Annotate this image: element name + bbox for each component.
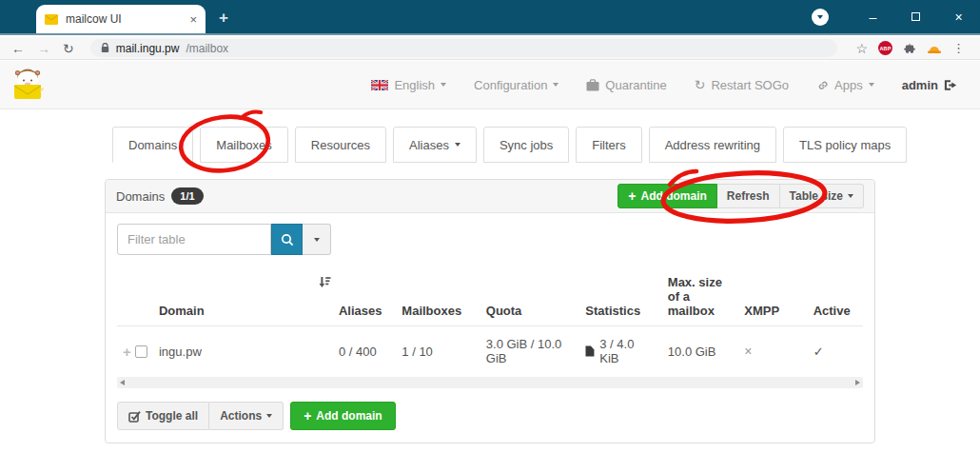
header-statistics: Statistics bbox=[579, 267, 661, 326]
scroll-right-icon[interactable] bbox=[855, 380, 860, 385]
maximize-icon bbox=[911, 12, 920, 21]
toggle-all-button[interactable]: Toggle all bbox=[117, 402, 209, 430]
tab-sync-jobs-label: Sync jobs bbox=[500, 138, 553, 152]
nav-apps[interactable]: Apps bbox=[816, 78, 874, 92]
header-xmpp: XMPP bbox=[738, 267, 807, 326]
refresh-label: Refresh bbox=[727, 189, 770, 203]
main-nav: English Configuration Quarantine ↻ Resta… bbox=[371, 78, 957, 92]
nav-configuration[interactable]: Configuration bbox=[474, 78, 559, 92]
chevron-down-icon bbox=[817, 15, 823, 19]
caret-down-icon bbox=[266, 414, 272, 418]
nav-restart-sogo[interactable]: ↻ Restart SOGo bbox=[695, 78, 789, 92]
search-button[interactable] bbox=[271, 224, 303, 255]
browser-menu-icon[interactable]: ⋮ bbox=[952, 41, 965, 55]
actions-label: Actions bbox=[220, 409, 262, 423]
plus-icon: + bbox=[304, 409, 311, 423]
tab-address-rewriting[interactable]: Address rewriting bbox=[649, 127, 776, 163]
tab-search-button[interactable] bbox=[812, 9, 829, 26]
tab-aliases[interactable]: Aliases bbox=[393, 127, 477, 163]
nav-apps-label: Apps bbox=[834, 78, 863, 92]
file-icon bbox=[585, 345, 595, 357]
tab-domains-label: Domains bbox=[128, 138, 177, 152]
table-header-row: Domain Aliases Mailboxes Quota Statistic… bbox=[117, 267, 863, 326]
new-tab-button[interactable]: + bbox=[219, 9, 228, 28]
cell-quota: 3.0 GiB / 10.0 GiB bbox=[480, 326, 580, 377]
scroll-left-icon[interactable] bbox=[120, 380, 125, 385]
panel-header-buttons: + Add domain Refresh Table size bbox=[617, 184, 864, 208]
domains-panel: Domains 1/1 + Add domain Refresh Table s… bbox=[105, 179, 875, 443]
toggle-all-label: Toggle all bbox=[146, 409, 198, 423]
extensions-puzzle-icon[interactable] bbox=[903, 42, 916, 55]
add-domain-button[interactable]: + Add domain bbox=[617, 184, 717, 208]
filter-options-button[interactable] bbox=[303, 224, 331, 255]
cell-mailboxes: 1 / 10 bbox=[396, 326, 480, 377]
nav-quarantine[interactable]: Quarantine bbox=[586, 78, 666, 92]
forward-button[interactable]: → bbox=[37, 42, 50, 55]
add-domain-button-footer[interactable]: + Add domain bbox=[290, 402, 396, 430]
hat-extension-icon[interactable] bbox=[927, 42, 942, 54]
footer-button-group: Toggle all Actions bbox=[117, 402, 284, 430]
caret-down-icon bbox=[848, 194, 853, 198]
domains-table: Domain Aliases Mailboxes Quota Statistic… bbox=[117, 267, 863, 376]
filter-table-input[interactable] bbox=[117, 224, 271, 255]
uk-flag-icon bbox=[371, 80, 388, 90]
tab-tls-policy-maps-label: TLS policy maps bbox=[799, 138, 891, 152]
section-tabs: Domains Mailboxes Resources Aliases Sync… bbox=[112, 127, 907, 163]
tab-resources[interactable]: Resources bbox=[295, 127, 386, 163]
toolbar-extensions: ☆ ABP ⋮ bbox=[855, 41, 965, 56]
tab-close-icon[interactable]: × bbox=[189, 13, 197, 26]
table-row: + ingu.pw 0 / 400 1 / 10 3.0 GiB / 10.0 … bbox=[117, 326, 863, 377]
url-host: mail.ingu.pw bbox=[116, 42, 180, 55]
search-icon bbox=[281, 233, 294, 246]
address-bar[interactable]: mail.ingu.pw/mailbox bbox=[90, 39, 838, 57]
add-domain-label: Add domain bbox=[641, 189, 707, 203]
lock-icon bbox=[101, 43, 109, 53]
nav-restart-sogo-label: Restart SOGo bbox=[711, 78, 789, 92]
xmpp-disabled-icon: × bbox=[744, 344, 752, 359]
mailcow-header: English Configuration Quarantine ↻ Resta… bbox=[0, 61, 980, 109]
domains-panel-footer: Toggle all Actions + Add domain bbox=[106, 388, 874, 443]
nav-language[interactable]: English bbox=[371, 78, 446, 92]
table-size-button[interactable]: Table size bbox=[780, 184, 864, 208]
browser-tab-title: mailcow UI bbox=[66, 12, 182, 26]
adblock-extension-icon[interactable]: ABP bbox=[878, 41, 892, 55]
browser-tab[interactable]: mailcow UI × bbox=[36, 5, 206, 33]
tab-sync-jobs[interactable]: Sync jobs bbox=[483, 127, 569, 163]
header-max-size: Max. size of a mailbox bbox=[662, 267, 738, 326]
caret-down-icon bbox=[869, 83, 874, 87]
maximize-button[interactable] bbox=[894, 0, 937, 33]
link-icon bbox=[816, 79, 829, 91]
window-controls: – × bbox=[812, 0, 980, 33]
sort-icon[interactable] bbox=[319, 276, 331, 291]
header-aliases: Aliases bbox=[333, 267, 396, 326]
tab-domains[interactable]: Domains bbox=[112, 127, 193, 163]
refresh-button[interactable]: Refresh bbox=[717, 184, 780, 208]
browser-tab-strip: mailcow UI × + – × bbox=[0, 0, 980, 35]
browser-toolbar: ← → ↻ mail.ingu.pw/mailbox ☆ ABP ⋮ bbox=[0, 37, 980, 60]
caret-down-icon bbox=[441, 83, 446, 87]
bookmark-star-icon[interactable]: ☆ bbox=[855, 41, 868, 56]
mailcow-favicon-icon bbox=[45, 14, 58, 25]
header-active: Active bbox=[808, 267, 863, 326]
minimize-button[interactable]: – bbox=[852, 0, 894, 33]
nav-admin[interactable]: admin bbox=[902, 78, 957, 92]
mailcow-logo[interactable] bbox=[9, 66, 47, 104]
tab-mailboxes-label: Mailboxes bbox=[216, 138, 272, 152]
expand-row-icon[interactable]: + bbox=[123, 344, 131, 360]
nav-language-label: English bbox=[394, 78, 435, 92]
domains-panel-body: Domain Aliases Mailboxes Quota Statistic… bbox=[106, 213, 874, 388]
back-button[interactable]: ← bbox=[11, 42, 25, 55]
refresh-icon: ↻ bbox=[695, 78, 706, 91]
tab-tls-policy-maps[interactable]: TLS policy maps bbox=[783, 127, 907, 163]
tab-filters[interactable]: Filters bbox=[576, 127, 641, 163]
row-checkbox[interactable] bbox=[135, 345, 147, 358]
reload-button[interactable]: ↻ bbox=[63, 42, 74, 55]
close-window-button[interactable]: × bbox=[937, 0, 980, 33]
cell-max-size: 10.0 GiB bbox=[662, 326, 738, 377]
actions-button[interactable]: Actions bbox=[209, 402, 284, 430]
horizontal-scrollbar[interactable] bbox=[117, 377, 863, 388]
cell-domain: ingu.pw bbox=[153, 326, 333, 377]
briefcase-icon bbox=[586, 79, 599, 91]
tab-mailboxes[interactable]: Mailboxes bbox=[200, 127, 288, 163]
cell-aliases: 0 / 400 bbox=[333, 326, 396, 377]
